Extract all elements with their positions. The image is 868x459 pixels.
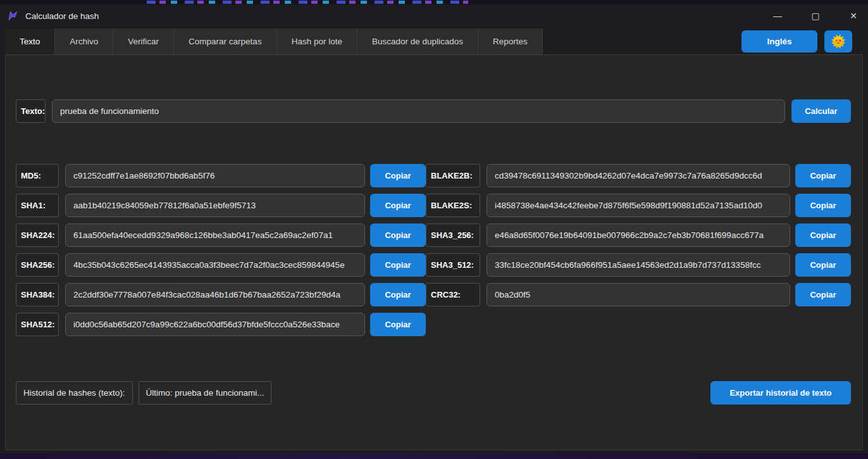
hash-row-crc32: CRC32: 0ba2d0f5 Copiar [426, 283, 851, 306]
crc32-label: CRC32: [426, 283, 480, 306]
minimize-icon[interactable]: — [772, 11, 783, 21]
sha512-value[interactable]: i0dd0c56ab65d207c9a99c622a6bc00df56d37bf… [65, 313, 365, 336]
sha3-256-copy-button[interactable]: Copiar [795, 223, 851, 247]
sha224-copy-button[interactable]: Copiar [370, 223, 426, 247]
md5-label: MD5: [16, 164, 59, 187]
md5-value[interactable]: c91252cdff7e1ae8692f07bbd6ab5f76 [65, 164, 365, 187]
crc32-copy-button[interactable]: Copiar [795, 283, 851, 306]
tab-bar: Texto Archivo Verificar Comparar carpeta… [5, 28, 543, 54]
hash-row-sha3-512: SHA3_512: 33fc18ce20bf454cb6fa966f951a5a… [426, 253, 851, 277]
app-window: Calculador de hash — ▢ ✕ Texto Archivo V… [0, 4, 868, 453]
sha224-label: SHA224: [16, 223, 59, 247]
sun-face-icon: 🌞 [831, 34, 846, 49]
sha224-value[interactable]: 61aa500efa40ecedd9329a968c126bbe3ab0417e… [65, 223, 365, 247]
blake2s-label: BLAKE2S: [426, 194, 480, 217]
text-input[interactable]: prueba de funcionamiento [52, 99, 785, 123]
hash-row-sha256: SHA256: 4bc35b043c6265ec4143935acca0a3f3… [16, 253, 426, 277]
sha384-label: SHA384: [16, 283, 59, 306]
hash-column-right: BLAKE2B: cd39478c6911349302b9bd4262d07e4… [426, 164, 851, 306]
history-label: Historial de hashes (texto): [16, 381, 133, 405]
sha3-512-copy-button[interactable]: Copiar [795, 253, 851, 277]
sha1-label: SHA1: [16, 194, 59, 217]
blake2b-copy-button[interactable]: Copiar [795, 164, 851, 187]
blake2b-value[interactable]: cd39478c6911349302b9bd4262d07e4dca7e9973… [487, 164, 790, 187]
close-icon[interactable]: ✕ [848, 11, 859, 21]
hash-row-sha512: SHA512: i0dd0c56ab65d207c9a99c622a6bc00d… [16, 313, 426, 336]
texto-tab-panel: Texto: prueba de funcionamiento Calcular… [5, 54, 863, 450]
cropped-overlay-top [0, 0, 868, 4]
sha384-copy-button[interactable]: Copiar [370, 283, 426, 306]
sha3-512-label: SHA3_512: [426, 253, 480, 277]
tab-archivo[interactable]: Archivo [55, 28, 113, 54]
sha3-256-label: SHA3_256: [426, 223, 480, 247]
titlebar: Calculador de hash — ▢ ✕ [0, 4, 868, 27]
cropped-text-fragment [147, 1, 468, 4]
history-last-entry: Último: prueba de funcionami... [139, 381, 272, 405]
window-title: Calculador de hash [25, 11, 99, 21]
text-input-label: Texto: [16, 99, 46, 123]
sha1-value[interactable]: aab1b40219c84059eb77812f6a0a51ebfe9f5713 [65, 194, 365, 217]
hash-row-sha1: SHA1: aab1b40219c84059eb77812f6a0a51ebfe… [16, 194, 426, 217]
calculate-button[interactable]: Calcular [791, 99, 851, 123]
hash-row-blake2s: BLAKE2S: i4858738e4ae434c42feebe7d875f6f… [426, 194, 851, 217]
language-toggle-button[interactable]: Inglés [741, 30, 817, 53]
sha3-256-value[interactable]: e46a8d65f0076e19b64091be007966c2b9a2c7eb… [487, 223, 790, 247]
blake2b-label: BLAKE2B: [426, 164, 480, 187]
sha256-copy-button[interactable]: Copiar [370, 253, 426, 277]
sha256-value[interactable]: 4bc35b043c6265ec4143935acca0a3f3beec7d7a… [65, 253, 365, 277]
tab-hash-por-lote[interactable]: Hash por lote [277, 28, 357, 54]
tab-verificar[interactable]: Verificar [113, 28, 174, 54]
hash-row-blake2b: BLAKE2B: cd39478c6911349302b9bd4262d07e4… [426, 164, 851, 187]
sha512-copy-button[interactable]: Copiar [370, 313, 426, 336]
blake2s-copy-button[interactable]: Copiar [795, 194, 851, 217]
hash-column-left: MD5: c91252cdff7e1ae8692f07bbd6ab5f76 Co… [16, 164, 426, 336]
hash-row-sha3-256: SHA3_256: e46a8d65f0076e19b64091be007966… [426, 223, 851, 247]
hash-row-sha224: SHA224: 61aa500efa40ecedd9329a968c126bbe… [16, 223, 426, 247]
crc32-value[interactable]: 0ba2d0f5 [487, 283, 790, 306]
sha384-value[interactable]: 2c2ddf30e7778a007e84f3cac028aa46b1d67b67… [65, 283, 365, 306]
hash-row-md5: MD5: c91252cdff7e1ae8692f07bbd6ab5f76 Co… [16, 164, 426, 187]
export-history-button[interactable]: Exportar historial de texto [710, 381, 851, 405]
window-controls: — ▢ ✕ [772, 4, 859, 27]
tab-reportes[interactable]: Reportes [478, 28, 543, 54]
app-icon [6, 9, 19, 22]
sha1-copy-button[interactable]: Copiar [370, 194, 426, 217]
text-input-row: Texto: prueba de funcionamiento Calcular [16, 99, 851, 123]
history-row: Historial de hashes (texto): Último: pru… [16, 381, 851, 405]
md5-copy-button[interactable]: Copiar [370, 164, 426, 187]
maximize-icon[interactable]: ▢ [810, 11, 821, 21]
hash-row-sha384: SHA384: 2c2ddf30e7778a007e84f3cac028aa46… [16, 283, 426, 306]
sha512-label: SHA512: [16, 313, 59, 336]
tab-comparar-carpetas[interactable]: Comparar carpetas [174, 28, 277, 54]
sha256-label: SHA256: [16, 253, 59, 277]
cropped-overlay-bottom [0, 453, 868, 459]
tab-buscador-duplicados[interactable]: Buscador de duplicados [357, 28, 478, 54]
theme-toggle-button[interactable]: 🌞 [824, 30, 852, 53]
sha3-512-value[interactable]: 33fc18ce20bf454cb6fa966f951a5aee14563ed2… [487, 253, 790, 277]
tab-texto[interactable]: Texto [5, 28, 55, 54]
blake2s-value[interactable]: i4858738e4ae434c42feebe7d875f6f5e598d9f1… [487, 194, 790, 217]
